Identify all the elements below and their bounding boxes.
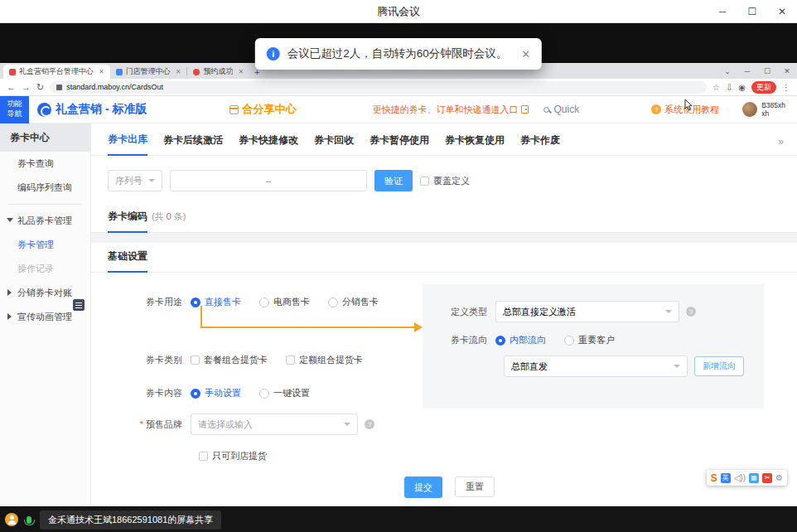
star-icon[interactable]: ☆ bbox=[712, 83, 720, 92]
radio-label: 重要客户 bbox=[578, 334, 615, 346]
radio-label: 分销售卡 bbox=[342, 296, 379, 308]
tab-search-icon[interactable]: ⌄ bbox=[717, 67, 737, 75]
browser-addressbar: ← → ↻ standard.maboy.cn/CardsOut ☆ ⇩ ◉ 更… bbox=[0, 79, 797, 96]
radio-important-customer[interactable]: 重要客户 bbox=[564, 334, 615, 346]
favicon bbox=[116, 69, 123, 75]
browser-update-button[interactable]: 更新 bbox=[751, 81, 776, 94]
speaker-icon[interactable]: ◁)) bbox=[734, 473, 746, 482]
share-center-link[interactable]: 合分享中心 bbox=[229, 102, 296, 117]
reset-button[interactable]: 重置 bbox=[455, 476, 495, 497]
presale-brand-select[interactable]: 请选择或输入 bbox=[191, 414, 358, 435]
translate-icon[interactable]: 英 bbox=[721, 473, 731, 483]
sidebar-group-label: 分销券卡对账 bbox=[17, 288, 72, 297]
shared-browser: 礼盒营销平台管理中心 ✕ 门店管理中心 ✕ 预约成功 ✕ + ⌄ ─ ☐ ✕ bbox=[0, 63, 797, 506]
radio-icon[interactable] bbox=[564, 336, 574, 346]
radio-ecommerce-sale[interactable]: 电商售卡 bbox=[259, 296, 310, 308]
radio-icon[interactable] bbox=[191, 297, 200, 307]
radio-internal-flow[interactable]: 内部流向 bbox=[495, 334, 546, 346]
flow-select[interactable]: 总部直发 bbox=[504, 355, 688, 377]
sidebar-divider bbox=[8, 204, 82, 205]
tab-label: 门店管理中心 bbox=[126, 66, 171, 77]
sidebar-group-gift-card-management[interactable]: 礼品券卡管理 bbox=[0, 209, 90, 233]
forward-icon[interactable]: → bbox=[22, 82, 31, 92]
checkbox-icon[interactable] bbox=[420, 177, 429, 186]
chevron-down-icon bbox=[344, 423, 350, 426]
checkbox-fixed-combo-card[interactable]: 定额组合提货卡 bbox=[286, 354, 363, 366]
site-info-icon[interactable] bbox=[56, 85, 62, 90]
browser-minimize-icon[interactable]: ─ bbox=[737, 67, 757, 75]
maximize-icon[interactable]: ☐ bbox=[737, 0, 767, 22]
radio-icon[interactable] bbox=[259, 389, 269, 399]
annotation-arrow bbox=[91, 273, 439, 347]
url-bar[interactable]: standard.maboy.cn/CardsOut bbox=[50, 81, 707, 94]
radio-distribution-sale[interactable]: 分销售卡 bbox=[328, 296, 379, 308]
tab-card-void[interactable]: 券卡作废 bbox=[520, 133, 560, 155]
tab-card-resume[interactable]: 券卡恢复使用 bbox=[445, 133, 505, 155]
browser-tab-1[interactable]: 礼盒营销平台管理中心 ✕ bbox=[3, 65, 110, 79]
serial-type-select[interactable]: 序列号 bbox=[108, 170, 162, 191]
s-logo-icon[interactable]: S bbox=[711, 472, 717, 484]
tab-card-pause[interactable]: 券卡暂停使用 bbox=[370, 133, 429, 155]
favicon bbox=[193, 69, 200, 75]
clip-icon[interactable]: ✂ bbox=[762, 473, 772, 483]
share-center-label: 合分享中心 bbox=[242, 102, 296, 117]
sidebar-item-operation-log[interactable]: 操作记录 bbox=[0, 257, 90, 281]
titlebar: 腾讯会议 ─ ☐ ✕ bbox=[0, 0, 797, 23]
sidebar-item-code-sequence-query[interactable]: 编码序列查询 bbox=[0, 176, 90, 200]
checkbox-icon[interactable] bbox=[199, 452, 208, 461]
checkbox-icon[interactable] bbox=[191, 355, 200, 365]
radio-icon[interactable] bbox=[328, 297, 338, 307]
promo-link[interactable]: 更快捷的券卡、订单和快递通道入口 bbox=[372, 104, 529, 116]
avatar bbox=[742, 102, 757, 117]
menu-dots-icon[interactable]: ⋮ bbox=[782, 83, 790, 92]
radio-direct-sale[interactable]: 直接售卡 bbox=[191, 296, 241, 308]
sidebar-collapse-icon[interactable] bbox=[73, 299, 85, 311]
tab-close-icon[interactable]: ✕ bbox=[99, 68, 104, 75]
add-flow-button[interactable]: 新增流向 bbox=[694, 356, 744, 376]
tab-card-later-activate[interactable]: 券卡后续激活 bbox=[163, 133, 223, 155]
radio-icon[interactable] bbox=[495, 336, 505, 346]
tab-card-quick-edit[interactable]: 券卡快捷修改 bbox=[239, 133, 298, 155]
submit-button[interactable]: 提交 bbox=[404, 476, 442, 498]
nav-toggle-button[interactable]: 功能 导航 bbox=[0, 96, 29, 123]
radio-icon[interactable] bbox=[191, 389, 200, 399]
card-usage-row: 券卡用途 直接售卡 电商售卡 分销售卡 bbox=[108, 296, 397, 308]
checkbox-store-pickup-only[interactable]: 只可到店提货 bbox=[199, 450, 267, 462]
card-content-label: 券卡内容 bbox=[108, 387, 191, 399]
collapse-right-icon[interactable]: » bbox=[778, 136, 784, 155]
radio-icon[interactable] bbox=[259, 297, 269, 307]
card-flow-row: 券卡流向 内部流向 重要客户 bbox=[431, 334, 633, 346]
card-flow-label: 券卡流向 bbox=[431, 334, 495, 346]
browser-close-icon[interactable]: ✕ bbox=[777, 67, 797, 75]
back-icon[interactable]: ← bbox=[7, 82, 16, 92]
user-box[interactable]: B385xh xh bbox=[742, 101, 785, 118]
browser-maximize-icon[interactable]: ☐ bbox=[757, 67, 777, 75]
browser-tab-3[interactable]: 预约成功 ✕ bbox=[187, 65, 249, 79]
radio-one-click-setup[interactable]: 一键设置 bbox=[259, 387, 310, 399]
serial-input[interactable]: – bbox=[170, 170, 367, 191]
tab-card-outbound[interactable]: 券卡出库 bbox=[108, 133, 147, 156]
define-type-select[interactable]: 总部直接定义激活 bbox=[495, 301, 679, 322]
quick-search[interactable]: Quick bbox=[543, 104, 579, 115]
tab-close-icon[interactable]: ✕ bbox=[176, 68, 181, 75]
grid-icon[interactable]: ▦ bbox=[749, 473, 759, 483]
tab-close-icon[interactable]: ✕ bbox=[238, 68, 244, 75]
user-name-line2: xh bbox=[761, 109, 769, 118]
tab-label: 礼盒营销平台管理中心 bbox=[19, 66, 94, 77]
verify-button[interactable]: 验证 bbox=[374, 170, 413, 191]
toast-close-icon[interactable]: ✕ bbox=[521, 48, 530, 60]
radio-manual-setup[interactable]: 手动设置 bbox=[191, 387, 241, 399]
settings-gear-icon[interactable]: ⚙ bbox=[775, 473, 783, 482]
checkbox-package-combo-card[interactable]: 套餐组合提货卡 bbox=[191, 354, 268, 366]
sidebar-item-card-query[interactable]: 券卡查询 bbox=[0, 152, 90, 176]
checkbox-icon[interactable] bbox=[286, 355, 295, 365]
close-icon[interactable]: ✕ bbox=[767, 0, 797, 22]
profile-icon[interactable]: ◉ bbox=[738, 83, 746, 92]
minimize-icon[interactable]: ─ bbox=[708, 0, 737, 22]
download-icon[interactable]: ⇩ bbox=[726, 83, 732, 92]
override-define-option[interactable]: 覆盖定义 bbox=[420, 175, 470, 187]
tab-card-recycle[interactable]: 券卡回收 bbox=[314, 133, 354, 155]
sidebar-item-card-management[interactable]: 券卡管理 bbox=[0, 233, 90, 257]
reload-icon[interactable]: ↻ bbox=[36, 82, 44, 93]
browser-tab-2[interactable]: 门店管理中心 ✕ bbox=[110, 65, 187, 79]
